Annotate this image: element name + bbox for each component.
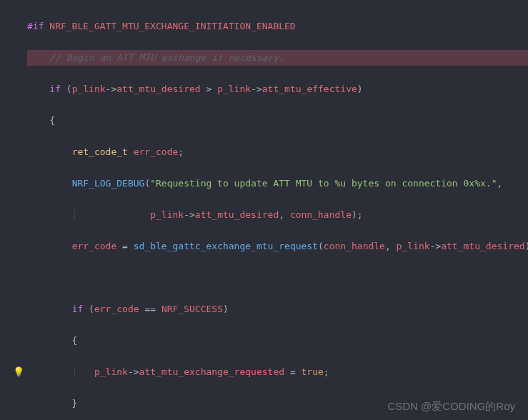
code-editor[interactable]: #if NRF_BLE_GATT_MTU_EXCHANGE_INITIATION… [0,0,528,420]
code-line [27,270,528,286]
code-line: { [27,333,528,349]
code-line-highlighted: // Begin an ATT MTU exchange if necessar… [27,50,528,66]
code-line: NRF_LOG_DEBUG("Requesting to update ATT … [27,176,528,191]
editor-gutter [0,0,27,420]
code-line: │ p_link->att_mtu_exchange_requested = t… [27,364,528,380]
code-line: } [27,396,528,411]
code-line: if (p_link->att_mtu_desired > p_link->at… [27,81,528,97]
code-line: { [27,113,528,129]
code-line: ret_code_t err_code; [27,144,528,160]
code-line: │ p_link->att_mtu_desired, conn_handle); [27,207,528,223]
code-line: err_code = sd_ble_gattc_exchange_mtu_req… [27,239,528,254]
lightbulb-icon[interactable]: 💡 [13,364,24,380]
code-line: #if NRF_BLE_GATT_MTU_EXCHANGE_INITIATION… [27,19,528,34]
code-line: if (err_code == NRF_SUCCESS) [27,301,528,317]
